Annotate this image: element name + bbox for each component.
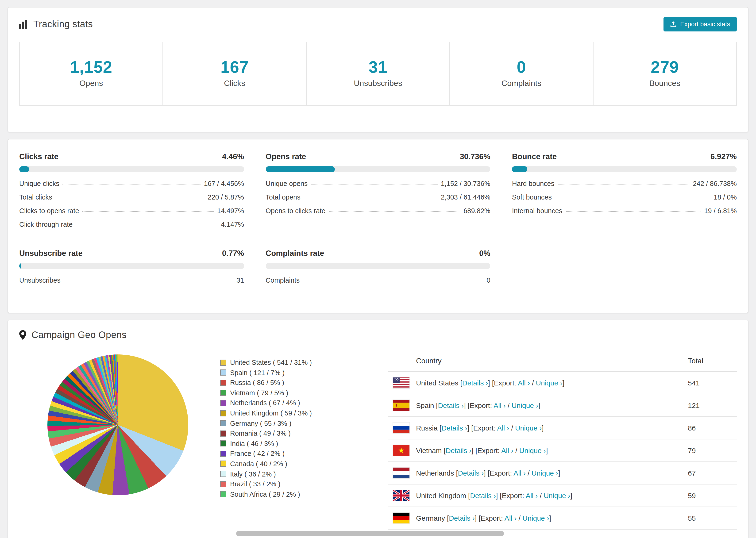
legend-item[interactable]: Netherlands ( 67 / 4% ) [220,398,332,408]
legend-item[interactable]: South Africa ( 29 / 2% ) [220,489,332,499]
legend-swatch [220,400,226,406]
rate-row-value: 220 / 5.87% [208,194,244,201]
rate-panel: Bounce rate 6.927% Hard bounces 242 / 86… [512,152,737,231]
legend-label: United States ( 541 / 31% ) [230,359,312,366]
geo-table-row: Netherlands [Details ›] [Export: All › /… [388,462,737,484]
dotted-leader [311,184,437,185]
export-unique-link[interactable]: Unique › [512,402,538,409]
details-link[interactable]: Details › [462,379,488,387]
legend-item[interactable]: Canada ( 40 / 2% ) [220,459,332,469]
details-link[interactable]: Details › [470,492,496,500]
legend-swatch [220,359,226,365]
geo-pie-chart[interactable] [47,355,188,496]
legend-label: Spain ( 121 / 7% ) [230,369,285,376]
stat-label: Opens [20,79,163,88]
export-label: Export: [490,469,514,477]
legend-item[interactable]: India ( 46 / 3% ) [220,439,332,449]
legend-label: Canada ( 40 / 2% ) [230,460,287,467]
rate-value: 6.927% [711,152,737,161]
bar-chart-icon [19,20,28,28]
rate-value: 0% [479,249,490,258]
rate-row: Opens to clicks rate 689.82% [266,204,490,218]
export-all-link[interactable]: All › [494,402,506,409]
stat-value: 0 [450,58,593,77]
export-all-link[interactable]: All › [518,379,530,387]
export-unique-link[interactable]: Unique › [515,424,542,432]
export-unique-link[interactable]: Unique › [536,379,562,387]
export-unique-link[interactable]: Unique › [523,514,549,522]
rate-row-value: 18 / 0% [714,194,737,201]
details-link[interactable]: Details › [438,402,464,409]
legend-label: India ( 46 / 3% ) [230,440,278,447]
details-link[interactable]: Details › [449,514,475,522]
country-column-header: Country [412,351,684,372]
rate-progress-fill [19,166,29,173]
country-total: 121 [684,394,737,417]
rate-row-value: 14.497% [217,207,244,215]
country-total: 67 [684,462,737,484]
dotted-leader [64,281,233,282]
rate-row-value: 2,303 / 61.446% [441,194,490,201]
country-name: Netherlands [416,469,456,477]
stat-value: 167 [163,58,306,77]
rate-row-value: 19 / 6.81% [704,207,737,215]
geo-table-row: Spain [Details ›] [Export: All › / Uniqu… [388,394,737,417]
legend-item[interactable]: Germany ( 55 / 3% ) [220,418,332,428]
total-column-header: Total [684,351,737,372]
country-total: 86 [684,417,737,439]
dotted-leader [55,198,204,198]
horizontal-scrollbar-thumb[interactable] [236,531,504,536]
export-unique-link[interactable]: Unique › [544,492,570,500]
export-label: Export: [473,424,497,432]
legend-item[interactable]: France ( 42 / 2% ) [220,449,332,459]
rate-row: Total opens 2,303 / 61.446% [266,190,490,204]
legend-label: Vietnam ( 79 / 5% ) [230,389,288,397]
export-all-link[interactable]: All › [505,514,517,522]
export-label: Export: [494,379,518,387]
legend-item[interactable]: United Kingdom ( 59 / 3% ) [220,408,332,418]
legend-swatch [220,451,226,457]
export-all-link[interactable]: All › [501,447,513,455]
legend-item[interactable]: Russia ( 86 / 5% ) [220,378,332,388]
dotted-leader [558,184,689,185]
legend-item[interactable]: Romania ( 49 / 3% ) [220,428,332,439]
export-all-link[interactable]: All › [526,492,538,500]
rate-row-value: 31 [237,277,244,284]
stat-box: 279 Bounces [593,42,736,105]
country-flag-icon [393,513,409,524]
legend-label: Netherlands ( 67 / 4% ) [230,399,300,407]
export-all-link[interactable]: All › [513,469,526,477]
legend-swatch [220,461,226,467]
legend-label: South Africa ( 29 / 2% ) [230,491,300,498]
rate-rows: Hard bounces 242 / 86.738% Soft bounces … [512,177,737,218]
stat-value: 31 [307,58,450,77]
details-link[interactable]: Details › [446,447,471,455]
country-flag-icon [393,423,409,434]
rate-row: Unique clicks 167 / 4.456% [19,177,244,190]
geo-table-row: United States [Details ›] [Export: All ›… [388,372,737,394]
details-link[interactable]: Details › [458,469,484,477]
legend-item[interactable]: Italy ( 36 / 2% ) [220,469,332,479]
legend-item[interactable]: Spain ( 121 / 7% ) [220,368,332,378]
legend-item[interactable]: Brazil ( 33 / 2% ) [220,479,332,489]
export-basic-stats-button[interactable]: Export basic stats [664,17,737,31]
country-flag-icon [393,378,409,389]
rate-title: Opens rate [266,152,306,161]
country-links: [Details ›] [Export: All › / Unique ›] [444,447,548,455]
legend-item[interactable]: United States ( 541 / 31% ) [220,357,332,368]
legend-swatch [220,491,226,497]
rate-row-label: Complaints [266,277,299,284]
export-unique-link[interactable]: Unique › [519,447,546,455]
export-all-link[interactable]: All › [497,424,509,432]
rate-row-value: 4.147% [221,221,244,228]
rate-progress-track [19,166,244,173]
legend-label: United Kingdom ( 59 / 3% ) [230,409,312,417]
country-name: Spain [416,402,436,409]
legend-swatch [220,420,226,426]
legend-item[interactable]: Vietnam ( 79 / 5% ) [220,388,332,398]
details-link[interactable]: Details › [441,424,467,432]
country-flag-icon [393,445,409,456]
export-unique-link[interactable]: Unique › [531,469,558,477]
rate-title: Clicks rate [19,152,58,161]
rate-title: Bounce rate [512,152,557,161]
